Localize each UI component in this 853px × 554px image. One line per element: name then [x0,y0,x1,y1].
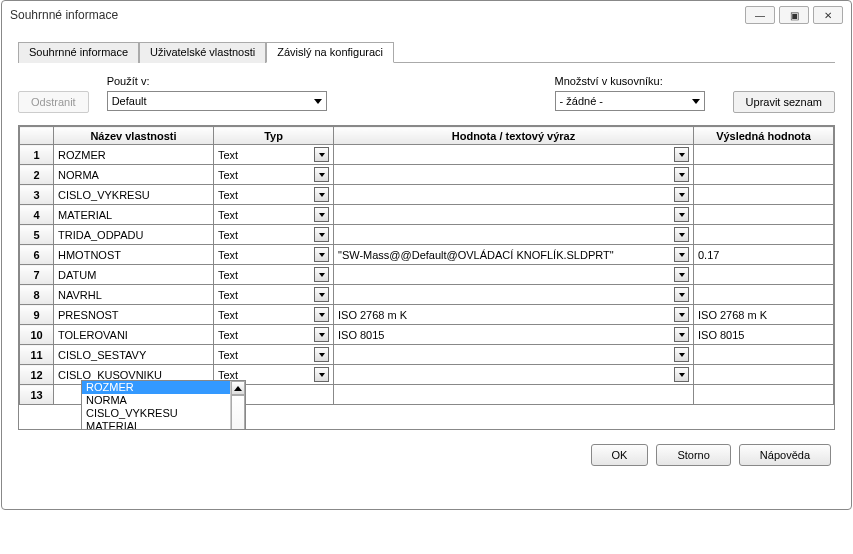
property-value-cell[interactable] [334,365,694,385]
row-number[interactable]: 1 [20,145,54,165]
property-type-cell[interactable]: Text [214,305,334,325]
dropdown-item[interactable]: MATERIAL [82,420,230,430]
property-type-dropdown-button[interactable] [314,327,329,342]
property-value-cell[interactable]: "SW-Mass@@Default@OVLÁDACÍ KNOFLÍK.SLDPR… [334,245,694,265]
property-value-dropdown-button[interactable] [674,247,689,262]
property-value-cell[interactable] [334,165,694,185]
property-type-dropdown-button[interactable] [314,347,329,362]
dropdown-scrollbar[interactable] [230,381,245,430]
bom-qty-dropdown[interactable]: - žádné - [555,91,705,111]
maximize-button[interactable]: ▣ [779,6,809,24]
chevron-down-icon [319,213,325,217]
property-value-cell[interactable] [334,225,694,245]
edit-list-button[interactable]: Upravit seznam [733,91,835,113]
scroll-thumb[interactable] [231,395,245,430]
property-value-cell[interactable] [334,285,694,305]
property-value-text: ISO 2768 m K [338,309,407,321]
chevron-down-icon [692,99,700,104]
property-value-cell[interactable] [334,385,694,405]
row-number[interactable]: 3 [20,185,54,205]
property-type-dropdown-button[interactable] [314,367,329,382]
property-value-dropdown-button[interactable] [674,167,689,182]
row-number[interactable]: 11 [20,345,54,365]
row-number[interactable]: 5 [20,225,54,245]
ok-button[interactable]: OK [591,444,649,466]
cancel-button[interactable]: Storno [656,444,730,466]
row-number[interactable]: 9 [20,305,54,325]
property-name-cell[interactable]: MATERIAL [54,205,214,225]
property-name-cell[interactable]: TOLEROVANI [54,325,214,345]
property-type-cell[interactable]: Text [214,165,334,185]
dropdown-item[interactable]: NORMA [82,394,230,407]
dropdown-item[interactable]: ROZMER [82,381,230,394]
property-type-cell[interactable]: Text [214,225,334,245]
scroll-up-button[interactable] [231,381,245,395]
property-type-cell[interactable]: Text [214,325,334,345]
property-value-dropdown-button[interactable] [674,147,689,162]
row-number[interactable]: 10 [20,325,54,345]
row-number[interactable]: 8 [20,285,54,305]
table-row: 8NAVRHLText [20,285,834,305]
help-button[interactable]: Nápověda [739,444,831,466]
tab-configuration-specific[interactable]: Závislý na konfiguraci [266,42,394,63]
minimize-button[interactable]: — [745,6,775,24]
property-value-cell[interactable] [334,345,694,365]
property-type-dropdown-button[interactable] [314,287,329,302]
property-value-dropdown-button[interactable] [674,287,689,302]
property-name-cell[interactable]: NAVRHL [54,285,214,305]
property-value-dropdown-button[interactable] [674,187,689,202]
table-row: 7DATUMText [20,265,834,285]
property-value-dropdown-button[interactable] [674,327,689,342]
tab-summary[interactable]: Souhrnné informace [18,42,139,63]
chevron-down-icon [319,253,325,257]
property-name-cell[interactable]: DATUM [54,265,214,285]
property-type-dropdown-button[interactable] [314,207,329,222]
dropdown-item[interactable]: CISLO_VYKRESU [82,407,230,420]
property-value-cell[interactable] [334,145,694,165]
property-type-dropdown-button[interactable] [314,147,329,162]
property-type-dropdown-button[interactable] [314,187,329,202]
tab-custom-properties[interactable]: Uživatelské vlastnosti [139,42,266,63]
property-name-cell[interactable]: CISLO_VYKRESU [54,185,214,205]
property-name-cell[interactable]: TRIDA_ODPADU [54,225,214,245]
property-type-dropdown-button[interactable] [314,267,329,282]
delete-button[interactable]: Odstranit [18,91,89,113]
property-name-cell[interactable]: HMOTNOST [54,245,214,265]
property-value-dropdown-button[interactable] [674,307,689,322]
property-type-cell[interactable]: Text [214,145,334,165]
use-in-dropdown[interactable]: Default [107,91,327,111]
property-value-cell[interactable] [334,265,694,285]
property-name-cell[interactable]: NORMA [54,165,214,185]
property-value-dropdown-button[interactable] [674,267,689,282]
property-name-cell[interactable]: PRESNOST [54,305,214,325]
property-value-cell[interactable]: ISO 2768 m K [334,305,694,325]
row-number[interactable]: 13 [20,385,54,405]
property-value-cell[interactable] [334,185,694,205]
row-number[interactable]: 7 [20,265,54,285]
window-title: Souhrnné informace [10,8,741,22]
property-type-cell[interactable]: Text [214,285,334,305]
property-type-dropdown-button[interactable] [314,167,329,182]
row-number[interactable]: 12 [20,365,54,385]
property-type-cell[interactable]: Text [214,245,334,265]
property-value-dropdown-button[interactable] [674,227,689,242]
row-number[interactable]: 2 [20,165,54,185]
property-value-cell[interactable]: ISO 8015 [334,325,694,345]
property-type-cell[interactable]: Text [214,205,334,225]
property-type-cell[interactable]: Text [214,185,334,205]
property-value-dropdown-button[interactable] [674,347,689,362]
property-type-dropdown-button[interactable] [314,227,329,242]
property-type-cell[interactable]: Text [214,265,334,285]
property-value-dropdown-button[interactable] [674,367,689,382]
property-name-cell[interactable]: CISLO_SESTAVY [54,345,214,365]
property-type-dropdown-button[interactable] [314,247,329,262]
property-name-cell[interactable]: ROZMER [54,145,214,165]
row-number[interactable]: 4 [20,205,54,225]
property-value-cell[interactable] [334,205,694,225]
row-number[interactable]: 6 [20,245,54,265]
property-value-dropdown-button[interactable] [674,207,689,222]
close-button[interactable]: ✕ [813,6,843,24]
property-type-cell[interactable]: Text [214,345,334,365]
property-type-dropdown-button[interactable] [314,307,329,322]
use-in-value: Default [112,95,147,107]
